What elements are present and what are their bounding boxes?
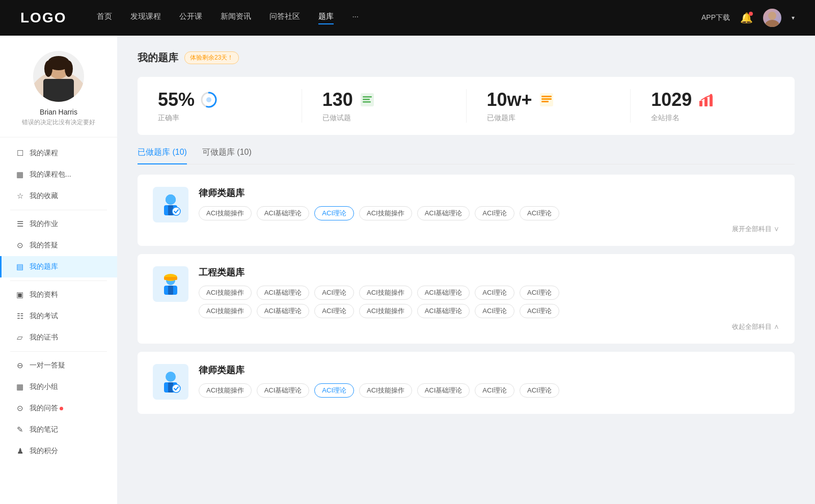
tab-available[interactable]: 可做题库 (10) [202, 147, 252, 164]
sidebar-user-name: Brian Harris [40, 108, 77, 116]
nav-home[interactable]: 首页 [97, 12, 112, 24]
stat-accuracy-value: 55% [158, 89, 195, 110]
page-title: 我的题库 [138, 51, 178, 65]
navbar: LOGO 首页 发现课程 公开课 新闻资讯 问答社区 题库 ··· APP下载 … [0, 0, 815, 36]
sidebar-item-label-homework: 我的作业 [30, 219, 58, 229]
page-header: 我的题库 体验剩余23天！ [138, 51, 795, 65]
sidebar-item-profile[interactable]: ▣ 我的资料 [0, 284, 117, 305]
svg-rect-23 [704, 98, 708, 106]
points-icon: ♟ [15, 446, 24, 456]
sidebar-item-group[interactable]: ▦ 我的小组 [0, 376, 117, 398]
tab-done[interactable]: 已做题库 (10) [138, 147, 187, 164]
sidebar-item-qbank[interactable]: ▤ 我的题库 [0, 256, 117, 277]
tag-2-1[interactable]: ACI技能操作 [199, 286, 252, 300]
nav-qbank[interactable]: 题库 [318, 12, 334, 24]
tag-2-9[interactable]: ACI基础理论 [257, 304, 310, 318]
tag-2-4[interactable]: ACI技能操作 [359, 286, 412, 300]
sidebar-item-course-pkg[interactable]: ▦ 我的课程包... [0, 164, 117, 185]
stats-row: 55% 正确率 130 [138, 77, 795, 135]
user-dropdown-arrow[interactable]: ▾ [792, 14, 795, 21]
tag-2-12[interactable]: ACI基础理论 [417, 304, 470, 318]
myqa-icon: ⊙ [15, 404, 24, 413]
tag-2-10[interactable]: ACI理论 [314, 304, 354, 318]
notes-icon: ✎ [15, 425, 24, 434]
svg-point-8 [44, 61, 52, 77]
tag-3-7[interactable]: ACI理论 [520, 383, 559, 398]
qbank-card-3: 律师类题库 ACI技能操作 ACI基础理论 ACI理论 ACI技能操作 ACI基… [138, 352, 795, 414]
sidebar-item-homework[interactable]: ☰ 我的作业 [0, 213, 117, 235]
tag-2-6[interactable]: ACI理论 [475, 286, 514, 300]
stat-done-banks-label: 已做题库 [487, 114, 515, 123]
stat-done-questions: 130 已做试题 [302, 89, 467, 123]
tag-1-6[interactable]: ACI理论 [475, 206, 514, 220]
stat-accuracy: 55% 正确率 [138, 89, 302, 123]
nav-qa[interactable]: 问答社区 [269, 12, 300, 24]
svg-point-25 [710, 94, 713, 97]
notification-bell[interactable]: 🔔 [740, 12, 753, 24]
nav-news[interactable]: 新闻资讯 [221, 12, 251, 24]
sidebar-item-notes[interactable]: ✎ 我的笔记 [0, 419, 117, 440]
nav-more[interactable]: ··· [352, 12, 359, 24]
tag-3-4[interactable]: ACI技能操作 [359, 383, 412, 398]
tag-1-3[interactable]: ACI理论 [314, 206, 354, 220]
tag-1-7[interactable]: ACI理论 [520, 206, 559, 220]
stat-rank-value: 1029 [651, 89, 692, 110]
tag-1-5[interactable]: ACI基础理论 [417, 206, 470, 220]
svg-point-39 [172, 384, 180, 393]
sidebar-item-label-cert: 我的证书 [30, 333, 58, 342]
sidebar-item-exam[interactable]: ☷ 我的考试 [0, 305, 117, 327]
tag-2-8[interactable]: ACI技能操作 [199, 304, 252, 318]
exam-icon: ☷ [15, 312, 24, 321]
tag-2-13[interactable]: ACI理论 [475, 304, 514, 318]
tutor-icon: ⊖ [15, 361, 24, 370]
avatar[interactable] [763, 9, 781, 27]
sidebar-item-label-profile: 我的资料 [30, 290, 58, 299]
myqa-badge [60, 407, 63, 410]
tag-2-11[interactable]: ACI技能操作 [359, 304, 412, 318]
tag-3-2[interactable]: ACI基础理论 [257, 383, 310, 398]
sidebar-item-label-points: 我的积分 [30, 446, 58, 456]
tag-1-4[interactable]: ACI技能操作 [359, 206, 412, 220]
stat-rank-label: 全站排名 [651, 114, 680, 123]
sidebar-item-favorites[interactable]: ☆ 我的收藏 [0, 185, 117, 207]
tag-3-3[interactable]: ACI理论 [314, 383, 354, 398]
logo[interactable]: LOGO [20, 10, 66, 26]
sidebar-item-tutor[interactable]: ⊖ 一对一答疑 [0, 355, 117, 376]
cert-icon: ▱ [15, 333, 24, 342]
tag-2-2[interactable]: ACI基础理论 [257, 286, 310, 300]
tag-2-7[interactable]: ACI理论 [520, 286, 559, 300]
sidebar-avatar [33, 51, 84, 102]
stat-done-banks-value: 10w+ [487, 89, 532, 110]
sidebar-item-course[interactable]: ☐ 我的课程 [0, 143, 117, 164]
app-download-link[interactable]: APP下载 [701, 13, 730, 22]
svg-point-0 [768, 12, 776, 20]
tag-1-2[interactable]: ACI基础理论 [257, 206, 310, 220]
svg-rect-24 [710, 96, 713, 106]
sidebar-divider-2 [10, 281, 107, 281]
expand-link-1[interactable]: 展开全部科目 ∨ [199, 225, 779, 234]
tag-2-14[interactable]: ACI理论 [520, 304, 559, 318]
nav-discover[interactable]: 发现课程 [130, 12, 161, 24]
sidebar-item-myqa[interactable]: ⊙ 我的问答 [0, 398, 117, 419]
svg-rect-16 [363, 99, 370, 100]
stat-done-questions-label: 已做试题 [322, 114, 351, 123]
collapse-link-2[interactable]: 收起全部科目 ∧ [199, 322, 779, 331]
sidebar-item-label-tutor: 一对一答疑 [30, 361, 65, 370]
qbank-tags-2-row2: ACI技能操作 ACI基础理论 ACI理论 ACI技能操作 ACI基础理论 AC… [199, 304, 779, 318]
tag-2-3[interactable]: ACI理论 [314, 286, 354, 300]
trial-badge: 体验剩余23天！ [184, 51, 239, 64]
tag-1-1[interactable]: ACI技能操作 [199, 206, 252, 220]
qbank-title-1: 律师类题库 [199, 187, 779, 199]
sidebar-item-cert[interactable]: ▱ 我的证书 [0, 327, 117, 348]
sidebar-item-answers[interactable]: ⊙ 我的答疑 [0, 235, 117, 256]
svg-point-9 [65, 61, 73, 77]
svg-rect-21 [541, 101, 549, 102]
qbank-tags-2-row1: ACI技能操作 ACI基础理论 ACI理论 ACI技能操作 ACI基础理论 AC… [199, 286, 779, 300]
tag-3-5[interactable]: ACI基础理论 [417, 383, 470, 398]
tag-3-6[interactable]: ACI理论 [475, 383, 514, 398]
nav-open-course[interactable]: 公开课 [179, 12, 202, 24]
tag-2-5[interactable]: ACI基础理论 [417, 286, 470, 300]
sidebar-item-points[interactable]: ♟ 我的积分 [0, 440, 117, 462]
sidebar-menu: ☐ 我的课程 ▦ 我的课程包... ☆ 我的收藏 ☰ 我的作业 ⊙ 我的答疑 ▤ [0, 137, 117, 467]
tag-3-1[interactable]: ACI技能操作 [199, 383, 252, 398]
